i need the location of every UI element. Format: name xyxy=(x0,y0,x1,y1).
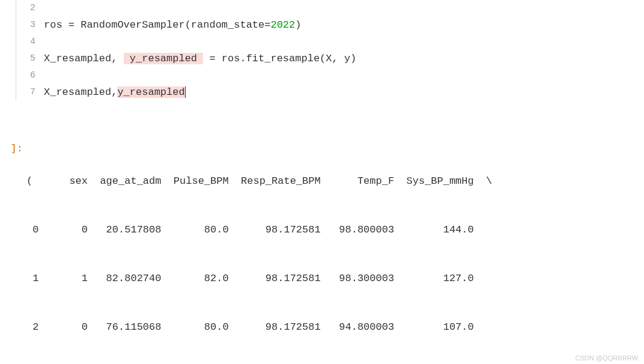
highlight-cursor: y_resampled xyxy=(117,86,185,98)
dataframe-row: 2 0 76.115068 80.0 98.172581 94.800003 1… xyxy=(26,319,492,335)
output-body: ( sex age_at_adm Pulse_BPM Resp_Rate_BPM… xyxy=(26,141,492,364)
dataframe-header: ( sex age_at_adm Pulse_BPM Resp_Rate_BPM… xyxy=(26,173,492,189)
output-label: ]: xyxy=(11,143,23,154)
line-number: 7 xyxy=(16,84,44,101)
line-number: 4 xyxy=(16,34,44,50)
code-line-3[interactable]: 3 ros = RandomOverSampler(random_state=2… xyxy=(16,17,644,34)
output-cell: ]: ( sex age_at_adm Pulse_BPM Resp_Rate_… xyxy=(0,108,644,364)
code-line-4[interactable]: 4 xyxy=(16,34,644,50)
code-line-7[interactable]: 7 X_resampled,y_resampled xyxy=(16,84,644,101)
line-number: 5 xyxy=(16,50,44,67)
line-number: 3 xyxy=(16,17,44,34)
code-text: X_resampled, y_resampled = ros.fit_resam… xyxy=(44,50,356,67)
highlight: y_resampled xyxy=(124,53,204,64)
code-text: ros = RandomOverSampler(random_state=202… xyxy=(44,17,301,34)
watermark: CSDN @QQRRRRW xyxy=(576,354,638,362)
code-text: X_resampled,y_resampled xyxy=(44,84,186,101)
dataframe-row: 0 0 20.517808 80.0 98.172581 98.800003 1… xyxy=(26,222,492,238)
line-number: 6 xyxy=(16,67,44,84)
code-line-2[interactable]: 2 xyxy=(16,0,644,17)
number-literal: 2022 xyxy=(270,19,295,31)
code-line-5[interactable]: 5 X_resampled, y_resampled = ros.fit_res… xyxy=(16,50,644,67)
line-number: 2 xyxy=(16,0,44,17)
code-cell[interactable]: 2 3 ros = RandomOverSampler(random_state… xyxy=(16,0,644,101)
dataframe-row: 1 1 82.802740 82.0 98.172581 98.300003 1… xyxy=(26,270,492,287)
code-line-6[interactable]: 6 xyxy=(16,67,644,84)
